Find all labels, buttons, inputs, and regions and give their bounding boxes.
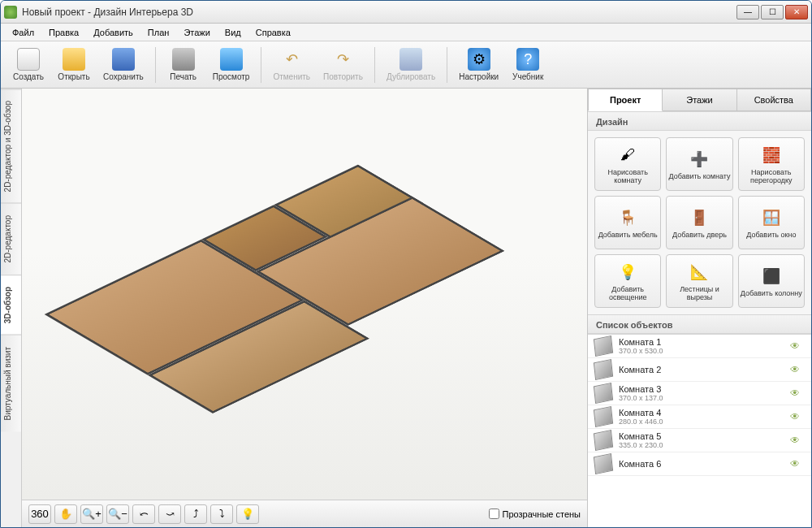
design-tool-4[interactable]: 🚪Добавить дверь (666, 196, 732, 249)
transparent-walls-checkbox[interactable] (489, 509, 499, 519)
design-tool-0[interactable]: 🖌Нарисовать комнату (594, 137, 661, 191)
settings-button[interactable]: ⚙Настройки (452, 44, 505, 86)
menu-справка[interactable]: Справка (249, 26, 297, 39)
main-toolbar: СоздатьОткрытьСохранитьПечатьПросмотр↶От… (1, 41, 811, 89)
object-item-3[interactable]: Комната 4280.0 x 446.0👁 (588, 405, 811, 429)
side-tab-3d[interactable]: 3D-обзор (1, 275, 21, 335)
maximize-button[interactable]: ☐ (761, 5, 784, 19)
undo-icon: ↶ (280, 48, 303, 71)
menu-вид[interactable]: Вид (218, 26, 248, 39)
panel-tab-0[interactable]: Проект (588, 89, 663, 111)
visibility-eye-icon[interactable]: 👁 (790, 340, 805, 352)
object-dimensions: 370.0 x 530.0 (619, 347, 790, 355)
design-tool-2[interactable]: 🧱Нарисовать перегородку (738, 137, 805, 191)
object-item-1[interactable]: Комната 2👁 (588, 358, 811, 382)
orbit-up-button[interactable]: ⤴ (184, 504, 207, 524)
object-name: Комната 2 (619, 365, 790, 374)
visibility-eye-icon[interactable]: 👁 (790, 364, 805, 375)
object-dimensions: 370.0 x 137.0 (619, 394, 790, 402)
new-button[interactable]: Создать (6, 44, 51, 86)
design-tool-7[interactable]: 📐Лестницы и вырезы (666, 254, 732, 308)
viewport-toolbar: 360✋🔍+🔍−⤺⤻⤴⤵💡Прозрачные стены (22, 500, 587, 527)
toolbar-separator (261, 47, 261, 83)
design-tool-4-icon: 🚪 (688, 206, 710, 229)
side-tab-2d[interactable]: 2D-редактор (1, 203, 21, 275)
orbit-left-button[interactable]: ⤺ (132, 504, 155, 524)
design-tool-6[interactable]: 💡Добавить освещение (594, 254, 661, 308)
design-tool-1[interactable]: ➕Добавить комнату (666, 137, 732, 191)
design-tool-5[interactable]: 🪟Добавить окно (738, 196, 805, 249)
content-area: 2D-редактор и 3D-обзор2D-редактор3D-обзо… (1, 89, 811, 527)
app-icon (4, 6, 17, 19)
room-icon (594, 430, 613, 451)
menu-файл[interactable]: Файл (6, 26, 41, 39)
lighting-toggle-button[interactable]: 💡 (236, 504, 259, 524)
menu-этажи[interactable]: Этажи (177, 26, 216, 39)
design-tool-0-icon: 🖌 (616, 144, 639, 167)
right-panel: ПроектЭтажиСвойства Дизайн 🖌Нарисовать к… (587, 89, 811, 527)
room-icon (594, 359, 613, 380)
room-icon (594, 383, 613, 404)
tutorial-button[interactable]: ?Учебник (505, 44, 551, 86)
settings-label: Настройки (459, 72, 499, 81)
design-section-title: Дизайн (588, 111, 811, 131)
zoom-out-button[interactable]: 🔍− (106, 504, 129, 524)
app-window: Новый проект - Дизайн Интерьера 3D — ☐ ✕… (0, 0, 812, 528)
titlebar: Новый проект - Дизайн Интерьера 3D — ☐ ✕ (1, 1, 811, 24)
room-icon (594, 335, 613, 357)
new-icon (17, 48, 40, 71)
open-button[interactable]: Открыть (51, 44, 97, 86)
save-icon (112, 48, 135, 71)
window-title: Новый проект - Дизайн Интерьера 3D (22, 6, 736, 18)
design-tool-8[interactable]: ⬛Добавить колонну (738, 254, 805, 308)
scene-canvas[interactable] (22, 89, 587, 500)
object-name: Комната 1 (619, 337, 790, 347)
menu-добавить[interactable]: Добавить (87, 26, 140, 39)
pan-hand-button[interactable]: ✋ (54, 504, 77, 524)
object-name: Комната 6 (619, 459, 790, 469)
open-icon (63, 48, 85, 71)
object-item-5[interactable]: Комната 6👁 (588, 452, 811, 476)
toolbar-separator (155, 47, 156, 83)
visibility-eye-icon[interactable]: 👁 (790, 387, 805, 399)
design-tool-7-label: Лестницы и вырезы (668, 286, 730, 302)
orbit-right-button[interactable]: ⤻ (158, 504, 181, 524)
room-icon (594, 406, 613, 427)
object-item-2[interactable]: Комната 3370.0 x 137.0👁 (588, 382, 811, 405)
new-label: Создать (13, 72, 44, 81)
design-tool-1-icon: ➕ (688, 148, 710, 171)
zoom-in-button[interactable]: 🔍+ (80, 504, 103, 524)
tutorial-label: Учебник (512, 72, 543, 81)
object-item-4[interactable]: Комната 5335.0 x 230.0👁 (588, 429, 811, 452)
print-label: Печать (170, 72, 197, 81)
toolbar-separator (374, 47, 375, 83)
design-tools-grid: 🖌Нарисовать комнату➕Добавить комнату🧱Нар… (588, 131, 811, 314)
design-tool-5-icon: 🪟 (760, 206, 783, 229)
visibility-eye-icon[interactable]: 👁 (790, 435, 805, 446)
print-button[interactable]: Печать (161, 44, 206, 86)
design-tool-3[interactable]: 🪑Добавить мебель (594, 196, 661, 249)
design-tool-6-label: Добавить освещение (597, 286, 659, 302)
side-tab-virt[interactable]: Виртуальный визит (1, 335, 21, 432)
preview-button[interactable]: Просмотр (206, 44, 257, 86)
close-button[interactable]: ✕ (785, 5, 808, 19)
print-icon (172, 48, 195, 71)
transparent-walls-toggle[interactable]: Прозрачные стены (489, 509, 581, 519)
design-tool-8-label: Добавить колонну (741, 290, 802, 298)
orbit-down-button[interactable]: ⤵ (210, 504, 233, 524)
side-tab-2d3d[interactable]: 2D-редактор и 3D-обзор (1, 89, 21, 203)
menu-правка[interactable]: Правка (42, 26, 85, 39)
panel-tab-2[interactable]: Свойства (737, 89, 811, 111)
object-dimensions: 335.0 x 230.0 (619, 441, 790, 449)
rotate-360-button[interactable]: 360 (28, 504, 51, 524)
visibility-eye-icon[interactable]: 👁 (790, 458, 805, 470)
design-tool-8-icon: ⬛ (760, 265, 783, 288)
menu-план[interactable]: План (141, 26, 176, 39)
minimize-button[interactable]: — (736, 5, 759, 19)
design-tool-3-icon: 🪑 (616, 206, 639, 229)
panel-tab-1[interactable]: Этажи (663, 89, 736, 111)
save-button[interactable]: Сохранить (97, 44, 150, 86)
visibility-eye-icon[interactable]: 👁 (790, 411, 805, 422)
object-item-0[interactable]: Комната 1370.0 x 530.0👁 (588, 335, 811, 358)
objects-list[interactable]: Комната 1370.0 x 530.0👁Комната 2👁Комната… (588, 334, 811, 527)
